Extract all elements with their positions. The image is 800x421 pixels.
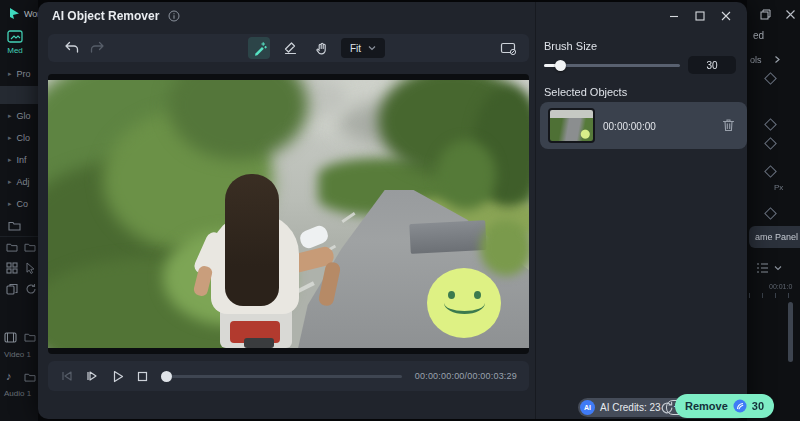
maximize-button[interactable] xyxy=(687,6,713,26)
keyframe-diamond-icon[interactable] xyxy=(764,207,777,220)
tab-media-label: Med xyxy=(7,46,23,55)
main-app-left-sidebar: Wonde Med ▸Pro ▸Glo ▸Clo ▸Inf ▸Adj ▸Co xyxy=(0,0,38,421)
dialog-titlebar: AI Object Remover xyxy=(38,2,747,30)
redo-button[interactable] xyxy=(86,37,108,59)
brush-size-value[interactable]: 30 xyxy=(688,56,736,74)
timeline-ruler-label: 00:01:0 xyxy=(769,283,792,290)
selected-objects-label: Selected Objects xyxy=(544,86,627,98)
hand-tool-button[interactable] xyxy=(310,37,332,59)
video-preview[interactable] xyxy=(48,74,529,354)
next-frame-button[interactable] xyxy=(86,370,99,382)
folder-icon[interactable] xyxy=(8,220,21,231)
keyframe-diamond-icon[interactable] xyxy=(764,165,777,178)
video-frame xyxy=(48,80,529,348)
brush-size-label: Brush Size xyxy=(544,40,597,52)
sidebar-selected-row[interactable] xyxy=(0,86,38,104)
keyframe-diamond-icon[interactable] xyxy=(764,118,777,131)
app-close-icon[interactable] xyxy=(785,9,796,20)
smiley-sticker[interactable] xyxy=(427,268,501,338)
keyframe-panel-button[interactable]: ame Panel xyxy=(749,226,800,248)
chevron-down-icon[interactable] xyxy=(774,265,782,271)
compare-preview-button[interactable] xyxy=(497,37,519,59)
remove-button[interactable]: Remove 30 xyxy=(675,394,774,418)
chevron-right-icon: ▸ xyxy=(8,70,12,78)
chevron-right-icon: ▸ xyxy=(8,200,12,208)
bg-tools-label[interactable]: ols xyxy=(750,55,762,65)
editor-toolbar: Fit xyxy=(48,34,529,62)
brush-size-slider[interactable] xyxy=(544,60,680,71)
chevron-right-icon: ▸ xyxy=(8,112,12,120)
ai-object-remover-dialog: AI Object Remover xyxy=(38,2,747,419)
play-button[interactable] xyxy=(112,370,124,383)
seek-slider[interactable] xyxy=(161,371,402,382)
selected-object-card[interactable]: 00:00:00:00 xyxy=(540,102,747,149)
zoom-fit-label: Fit xyxy=(350,43,361,54)
chevron-down-icon xyxy=(368,45,376,51)
app-restore-icon[interactable] xyxy=(760,9,771,20)
undo-button[interactable] xyxy=(61,37,83,59)
previous-frame-button[interactable] xyxy=(60,370,73,382)
folder-icon[interactable] xyxy=(24,332,36,342)
grid-view-icon[interactable] xyxy=(6,262,18,274)
info-icon[interactable] xyxy=(168,10,180,22)
audio-track-icon[interactable]: ♪ xyxy=(6,370,12,382)
tab-media[interactable]: Med xyxy=(7,30,23,55)
folder-open-icon[interactable] xyxy=(24,242,36,252)
folder-icon[interactable] xyxy=(24,372,36,382)
ruler-ticks xyxy=(749,293,799,298)
dialog-title: AI Object Remover xyxy=(52,9,159,23)
remove-cost: 30 xyxy=(752,400,764,412)
ai-brush-tool-button[interactable] xyxy=(248,37,270,59)
bg-panel-header: ed xyxy=(753,30,764,41)
playback-bar: 00:00:00:00/00:00:03:29 xyxy=(48,361,529,391)
divider xyxy=(0,236,38,237)
chevron-right-icon[interactable] xyxy=(773,55,781,64)
seek-handle[interactable] xyxy=(161,371,172,382)
rotate-icon[interactable] xyxy=(25,283,37,295)
chevron-right-icon: ▸ xyxy=(8,156,12,164)
audio-track-label: Audio 1 xyxy=(4,389,31,398)
coin-icon xyxy=(733,399,747,413)
object-thumbnail[interactable] xyxy=(548,108,595,143)
track-list-icon[interactable] xyxy=(756,262,769,274)
eraser-tool-button[interactable] xyxy=(279,37,301,59)
close-button[interactable] xyxy=(713,6,739,26)
brush-size-handle[interactable] xyxy=(555,60,566,71)
refresh-credits-icon[interactable] xyxy=(660,401,674,415)
ai-credits-label: AI Credits: 23 xyxy=(600,402,661,413)
video-track-icon[interactable] xyxy=(4,332,17,343)
toolbar-center-group: Fit xyxy=(248,37,385,59)
timeline-scrollbar[interactable] xyxy=(788,302,793,362)
minimize-button[interactable] xyxy=(661,6,687,26)
ai-credits-badge-icon: AI xyxy=(580,400,595,415)
keyframe-diamond-icon[interactable] xyxy=(764,137,777,150)
keyframe-panel-label: ame Panel xyxy=(755,232,798,242)
object-timecode: 00:00:00:00 xyxy=(603,121,656,132)
px-label: Px xyxy=(774,183,783,192)
keyframe-diamond-icon[interactable] xyxy=(764,72,777,85)
remove-label: Remove xyxy=(685,400,728,412)
panel-divider xyxy=(535,2,536,419)
main-app-right-panel: ed ols Px ame Panel 00:01:0 xyxy=(747,0,800,421)
copy-icon[interactable] xyxy=(6,283,18,295)
app-logo-icon xyxy=(7,6,22,21)
playback-timecode: 00:00:00:00/00:00:03:29 xyxy=(415,371,517,381)
stop-button[interactable] xyxy=(137,371,148,382)
dialog-window-controls xyxy=(661,6,739,26)
video-track-label: Video 1 xyxy=(4,350,31,359)
chevron-right-icon: ▸ xyxy=(8,178,12,186)
zoom-fit-dropdown[interactable]: Fit xyxy=(341,38,385,58)
trash-icon[interactable] xyxy=(722,118,735,132)
chevron-right-icon: ▸ xyxy=(8,134,12,142)
cursor-select-icon[interactable] xyxy=(25,262,36,274)
folder-add-icon[interactable] xyxy=(6,242,18,252)
